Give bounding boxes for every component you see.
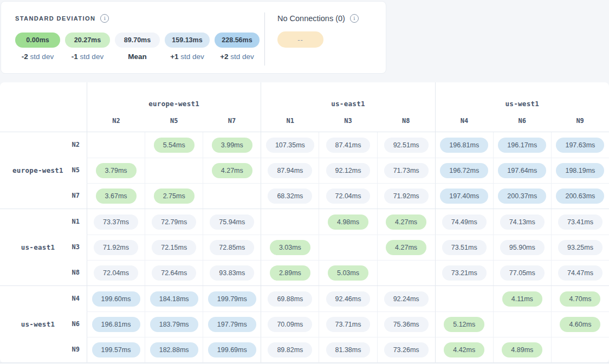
std-dev-label-row: -2 std dev-1 std devMean+1 std dev+2 std…: [15, 53, 264, 61]
latency-pill[interactable]: 81.38ms: [326, 342, 371, 358]
matrix-row-N9: N9199.57ms182.88ms199.69ms89.82ms81.38ms…: [0, 337, 609, 362]
latency-pill[interactable]: 89.82ms: [268, 342, 312, 358]
latency-pill[interactable]: 70.09ms: [268, 317, 312, 332]
latency-pill[interactable]: 197.64ms: [498, 163, 546, 178]
latency-pill[interactable]: 73.51ms: [442, 240, 487, 255]
latency-pill[interactable]: 199.57ms: [92, 342, 140, 358]
latency-pill[interactable]: 87.94ms: [268, 163, 312, 178]
latency-cell: 107.35ms: [261, 132, 319, 158]
latency-pill[interactable]: 5.12ms: [444, 317, 484, 332]
latency-pill[interactable]: 74.13ms: [500, 214, 545, 230]
latency-pill[interactable]: 200.37ms: [498, 188, 546, 204]
latency-pill[interactable]: 72.04ms: [326, 188, 371, 204]
std-dev-label-rest: std dev: [179, 53, 204, 61]
latency-pill[interactable]: 199.60ms: [92, 291, 140, 307]
latency-pill[interactable]: 183.79ms: [150, 317, 198, 332]
latency-pill[interactable]: 74.47ms: [558, 265, 602, 281]
latency-pill[interactable]: 92.51ms: [384, 138, 429, 153]
latency-cell: 73.37ms: [87, 209, 145, 235]
region-name: us-east1: [261, 100, 435, 108]
latency-pill[interactable]: 92.24ms: [384, 291, 429, 307]
latency-pill[interactable]: 93.83ms: [210, 265, 254, 281]
latency-pill[interactable]: 95.90ms: [500, 240, 545, 255]
latency-pill[interactable]: 4.11ms: [502, 291, 542, 307]
latency-pill[interactable]: 68.32ms: [268, 188, 312, 204]
latency-pill[interactable]: 4.27ms: [386, 214, 426, 230]
latency-pill[interactable]: 72.04ms: [94, 265, 138, 281]
node-column-header-N7: N7: [203, 117, 261, 125]
latency-cell: 4.89ms: [493, 337, 551, 362]
latency-pill[interactable]: 75.36ms: [384, 317, 429, 332]
latency-pill[interactable]: 69.88ms: [268, 291, 312, 307]
latency-pill[interactable]: 199.69ms: [208, 342, 256, 358]
latency-cell: 71.73ms: [377, 158, 435, 183]
latency-pill[interactable]: 75.94ms: [210, 214, 254, 230]
latency-pill[interactable]: 182.88ms: [150, 342, 198, 358]
latency-pill[interactable]: 74.49ms: [442, 214, 487, 230]
latency-pill[interactable]: 87.41ms: [326, 138, 371, 153]
latency-pill[interactable]: 107.35ms: [266, 138, 314, 153]
matrix-body: europe-west1N25.54ms3.99ms107.35ms87.41m…: [0, 132, 609, 363]
latency-pill[interactable]: 184.18ms: [150, 291, 198, 307]
node-column-header-N8: N8: [377, 117, 435, 125]
latency-pill[interactable]: 5.03ms: [328, 265, 368, 281]
latency-cell: [435, 286, 493, 311]
latency-pill[interactable]: 71.92ms: [94, 240, 138, 255]
latency-pill[interactable]: 72.64ms: [152, 265, 196, 281]
latency-pill[interactable]: 71.92ms: [384, 188, 429, 204]
node-header-row: N1N3N8: [261, 117, 435, 125]
latency-cell: 72.04ms: [87, 260, 145, 285]
latency-cell: 3.79ms: [87, 158, 145, 183]
latency-cell: 2.75ms: [145, 183, 203, 209]
latency-pill[interactable]: 4.60ms: [560, 317, 600, 332]
latency-pill[interactable]: 4.42ms: [444, 342, 484, 358]
latency-pill[interactable]: 196.17ms: [498, 138, 546, 153]
latency-pill[interactable]: 3.79ms: [96, 163, 137, 178]
latency-pill[interactable]: 197.40ms: [440, 188, 488, 204]
latency-pill[interactable]: 72.79ms: [152, 214, 196, 230]
latency-pill[interactable]: 73.71ms: [326, 317, 371, 332]
latency-pill[interactable]: 197.79ms: [208, 317, 256, 332]
std-dev-label-0: -2 std dev: [15, 53, 60, 61]
latency-pill[interactable]: 77.05ms: [500, 265, 545, 281]
latency-pill[interactable]: 3.99ms: [212, 138, 252, 153]
latency-pill[interactable]: 3.03ms: [270, 240, 310, 255]
latency-cell: 72.04ms: [319, 183, 377, 209]
latency-pill[interactable]: 4.27ms: [212, 163, 252, 178]
no-connections-info-icon[interactable]: i: [350, 14, 359, 23]
latency-pill[interactable]: 71.73ms: [384, 163, 429, 178]
latency-pill[interactable]: 196.72ms: [440, 163, 488, 178]
latency-pill[interactable]: 73.37ms: [94, 214, 138, 230]
latency-cell: 5.54ms: [145, 132, 203, 158]
latency-pill[interactable]: 198.19ms: [556, 163, 604, 178]
latency-cell: 73.41ms: [551, 209, 609, 235]
std-dev-info-icon[interactable]: i: [100, 14, 109, 23]
latency-pill[interactable]: 3.67ms: [96, 188, 137, 204]
latency-cell: 92.46ms: [319, 286, 377, 311]
latency-pill[interactable]: 200.63ms: [556, 188, 604, 204]
latency-pill[interactable]: 92.46ms: [326, 291, 371, 307]
latency-cell: 71.92ms: [87, 235, 145, 260]
latency-pill[interactable]: 2.75ms: [154, 188, 195, 204]
latency-pill[interactable]: 4.98ms: [328, 214, 368, 230]
latency-pill[interactable]: 5.54ms: [154, 138, 195, 153]
latency-pill[interactable]: 2.89ms: [270, 265, 310, 281]
latency-pill[interactable]: 92.12ms: [326, 163, 371, 178]
latency-pill[interactable]: 93.25ms: [558, 240, 602, 255]
latency-pill[interactable]: 4.70ms: [560, 291, 600, 307]
latency-cell: 196.81ms: [435, 132, 493, 158]
no-connections-section: No Connections (0) i --: [265, 2, 359, 73]
latency-pill[interactable]: 199.79ms: [208, 291, 256, 307]
latency-pill[interactable]: 73.41ms: [558, 214, 602, 230]
latency-pill[interactable]: 196.81ms: [440, 138, 488, 153]
latency-pill[interactable]: 4.89ms: [502, 342, 542, 358]
latency-pill[interactable]: 72.85ms: [210, 240, 254, 255]
latency-pill[interactable]: 196.81ms: [92, 317, 140, 332]
latency-pill[interactable]: 72.15ms: [152, 240, 196, 255]
latency-pill[interactable]: 73.26ms: [384, 342, 429, 358]
latency-cell: 3.67ms: [87, 183, 145, 209]
latency-pill[interactable]: 197.63ms: [556, 138, 604, 153]
legend-card: STANDARD DEVIATION i 0.00ms20.27ms89.70m…: [1, 1, 386, 74]
latency-pill[interactable]: 73.21ms: [442, 265, 487, 281]
latency-pill[interactable]: 4.27ms: [386, 240, 426, 255]
